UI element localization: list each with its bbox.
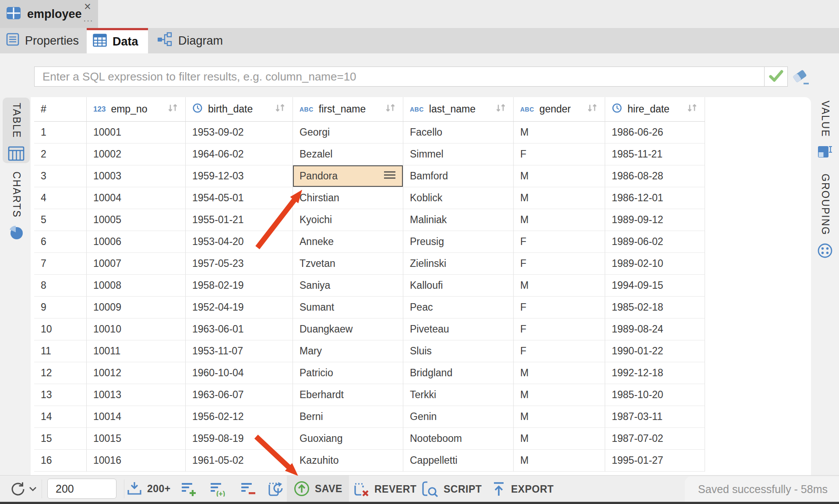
table-cell[interactable]: Maliniak: [403, 209, 514, 231]
table-cell[interactable]: Tzvetan: [293, 253, 403, 275]
column-header-hire_date[interactable]: hire_date: [605, 97, 705, 122]
column-header-first_name[interactable]: ABCfirst_name: [293, 97, 403, 122]
table-cell[interactable]: 1986-08-28: [605, 165, 705, 187]
row-number-cell[interactable]: 14: [34, 406, 87, 428]
table-cell[interactable]: Peac: [403, 297, 514, 318]
row-number-cell[interactable]: 3: [34, 165, 87, 187]
table-cell[interactable]: 1955-01-21: [186, 209, 293, 231]
export-button[interactable]: EXPORT: [491, 481, 554, 497]
fetch-size-input[interactable]: [47, 479, 116, 499]
table-cell[interactable]: Piveteau: [403, 318, 514, 340]
table-cell[interactable]: M: [514, 275, 605, 297]
table-cell[interactable]: 1987-07-02: [605, 428, 705, 450]
script-button[interactable]: SCRIPT: [421, 481, 482, 497]
table-cell[interactable]: 1994-09-15: [605, 275, 705, 297]
table-cell[interactable]: 1985-11-21: [605, 144, 705, 165]
sidebar-item-table[interactable]: TABLE: [3, 98, 30, 163]
table-cell[interactable]: 1987-03-11: [605, 406, 705, 428]
table-cell[interactable]: Kazuhito: [293, 450, 403, 472]
table-cell[interactable]: 10010: [87, 318, 186, 340]
table-cell[interactable]: Genin: [403, 406, 514, 428]
sidebar-item-charts[interactable]: CHARTS: [3, 172, 30, 242]
table-cell[interactable]: M: [514, 384, 605, 406]
table-cell[interactable]: Zielinski: [403, 253, 514, 275]
table-cell[interactable]: 1957-05-23: [186, 253, 293, 275]
tab-data[interactable]: Data: [87, 28, 148, 53]
row-number-cell[interactable]: 1: [34, 122, 87, 144]
table-cell[interactable]: 10002: [87, 144, 186, 165]
table-cell[interactable]: 1989-02-10: [605, 253, 705, 275]
sidebar-item-value[interactable]: VALUE: [813, 101, 837, 162]
table-cell[interactable]: M: [514, 122, 605, 144]
table-cell[interactable]: Nooteboom: [403, 428, 514, 450]
table-cell[interactable]: 1986-12-01: [605, 187, 705, 209]
close-icon[interactable]: ×: [84, 1, 91, 13]
row-number-cell[interactable]: 6: [34, 231, 87, 253]
table-cell[interactable]: 10013: [87, 384, 186, 406]
table-cell[interactable]: 1953-09-02: [186, 122, 293, 144]
row-number-cell[interactable]: 2: [34, 144, 87, 165]
table-cell[interactable]: 1961-05-02: [186, 450, 293, 472]
table-cell[interactable]: 10014: [87, 406, 186, 428]
table-cell[interactable]: Sumant: [293, 297, 403, 318]
duplicate-row-button[interactable]: (+): [210, 482, 226, 497]
selected-cell[interactable]: Pandora: [293, 165, 403, 187]
table-cell[interactable]: M: [514, 362, 605, 384]
table-cell[interactable]: 1992-12-18: [605, 362, 705, 384]
table-cell[interactable]: 1960-10-04: [186, 362, 293, 384]
table-cell[interactable]: F: [514, 340, 605, 362]
row-number-cell[interactable]: 15: [34, 428, 87, 450]
table-cell[interactable]: 1956-02-12: [186, 406, 293, 428]
table-cell[interactable]: Berni: [293, 406, 403, 428]
sql-filter-input[interactable]: [34, 66, 765, 87]
table-cell[interactable]: 1953-04-20: [186, 231, 293, 253]
table-cell[interactable]: Bamford: [403, 165, 514, 187]
table-cell[interactable]: 10007: [87, 253, 186, 275]
table-cell[interactable]: Anneke: [293, 231, 403, 253]
table-cell[interactable]: 1986-06-26: [605, 122, 705, 144]
column-header-birth_date[interactable]: birth_date: [186, 97, 293, 122]
row-number-cell[interactable]: 11: [34, 340, 87, 362]
table-cell[interactable]: F: [514, 144, 605, 165]
column-header-gender[interactable]: ABCgender: [514, 97, 605, 122]
table-cell[interactable]: Preusig: [403, 231, 514, 253]
cell-menu-icon[interactable]: [383, 170, 396, 182]
table-cell[interactable]: F: [514, 253, 605, 275]
table-cell[interactable]: 1964-06-02: [186, 144, 293, 165]
row-number-cell[interactable]: 10: [34, 318, 87, 340]
table-cell[interactable]: 10001: [87, 122, 186, 144]
table-cell[interactable]: 10005: [87, 209, 186, 231]
table-cell[interactable]: 10003: [87, 165, 186, 187]
table-cell[interactable]: 1989-06-02: [605, 231, 705, 253]
table-cell[interactable]: Sluis: [403, 340, 514, 362]
table-cell[interactable]: F: [514, 318, 605, 340]
table-cell[interactable]: M: [514, 428, 605, 450]
row-number-cell[interactable]: 7: [34, 253, 87, 275]
refresh-button[interactable]: [10, 481, 37, 497]
table-cell[interactable]: Facello: [403, 122, 514, 144]
table-cell[interactable]: 1954-05-01: [186, 187, 293, 209]
table-cell[interactable]: 1952-04-19: [186, 297, 293, 318]
table-cell[interactable]: M: [514, 187, 605, 209]
table-cell[interactable]: Chirstian: [293, 187, 403, 209]
table-cell[interactable]: 10015: [87, 428, 186, 450]
table-cell[interactable]: 1989-09-12: [605, 209, 705, 231]
table-cell[interactable]: 1958-02-19: [186, 275, 293, 297]
table-cell[interactable]: Kyoichi: [293, 209, 403, 231]
table-cell[interactable]: Eberhardt: [293, 384, 403, 406]
row-number-cell[interactable]: 12: [34, 362, 87, 384]
row-number-cell[interactable]: 16: [34, 450, 87, 472]
table-cell[interactable]: 10009: [87, 297, 186, 318]
eraser-icon[interactable]: [791, 68, 811, 86]
table-cell[interactable]: 10012: [87, 362, 186, 384]
table-cell[interactable]: 10016: [87, 450, 186, 472]
more-dots-icon[interactable]: ···: [83, 16, 93, 24]
save-button[interactable]: SAVE: [287, 476, 349, 502]
tab-diagram[interactable]: Diagram: [148, 28, 240, 53]
table-cell[interactable]: Simmel: [403, 144, 514, 165]
table-cell[interactable]: M: [514, 209, 605, 231]
table-cell[interactable]: 1959-08-19: [186, 428, 293, 450]
table-cell[interactable]: Georgi: [293, 122, 403, 144]
column-header-emp_no[interactable]: 123emp_no: [87, 97, 186, 122]
table-cell[interactable]: Saniya: [293, 275, 403, 297]
